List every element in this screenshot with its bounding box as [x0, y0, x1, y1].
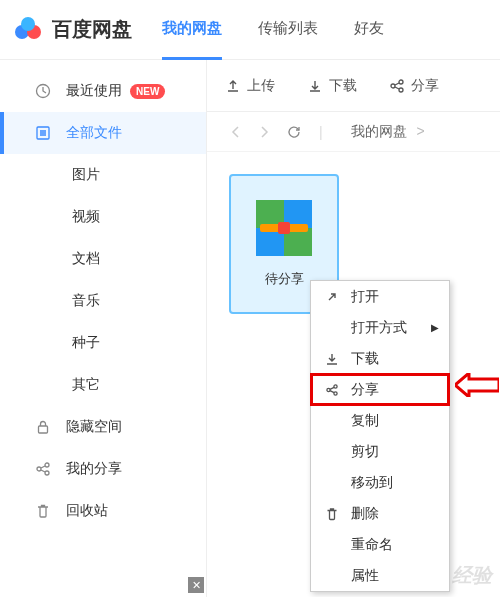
sidebar-label: 其它 — [72, 376, 100, 394]
share-icon — [323, 383, 341, 397]
sidebar-label: 图片 — [72, 166, 100, 184]
sidebar-label: 文档 — [72, 250, 100, 268]
ctx-cut[interactable]: 剪切 — [311, 436, 449, 467]
sidebar: 最近使用 NEW 全部文件 图片 视频 文档 音乐 种子 其它 隐藏空间 我的分… — [0, 60, 207, 597]
sidebar-item-trash[interactable]: 回收站 — [0, 490, 206, 532]
svg-point-8 — [45, 471, 49, 475]
download-icon — [307, 78, 323, 94]
sidebar-label: 我的分享 — [66, 460, 122, 478]
ctx-download[interactable]: 下载 — [311, 343, 449, 374]
upload-icon — [225, 78, 241, 94]
download-button[interactable]: 下载 — [307, 77, 357, 95]
nav-forward-button[interactable] — [259, 125, 269, 139]
svg-point-14 — [334, 391, 337, 394]
file-name-label: 待分享 — [265, 270, 304, 288]
ctx-open-with[interactable]: 打开方式▶ — [311, 312, 449, 343]
sidebar-label: 种子 — [72, 334, 100, 352]
svg-point-2 — [21, 17, 35, 31]
sidebar-label: 视频 — [72, 208, 100, 226]
share-button[interactable]: 分享 — [389, 77, 439, 95]
trash-icon — [323, 507, 341, 521]
sidebar-item-other[interactable]: 其它 — [0, 364, 206, 406]
new-badge: NEW — [130, 84, 165, 99]
close-icon[interactable]: ✕ — [188, 577, 204, 593]
sidebar-item-music[interactable]: 音乐 — [0, 280, 206, 322]
context-menu: 打开 打开方式▶ 下载 分享 复制 剪切 移动到 删除 重命名 属性 — [310, 280, 450, 592]
lock-icon — [34, 418, 52, 436]
svg-point-13 — [334, 384, 337, 387]
sidebar-item-my-shares[interactable]: 我的分享 — [0, 448, 206, 490]
sidebar-item-hidden[interactable]: 隐藏空间 — [0, 406, 206, 448]
svg-point-10 — [399, 80, 403, 84]
toolbar-label: 分享 — [411, 77, 439, 95]
sidebar-label: 隐藏空间 — [66, 418, 122, 436]
toolbar-label: 上传 — [247, 77, 275, 95]
svg-point-11 — [399, 88, 403, 92]
chevron-right-icon: ▶ — [431, 322, 439, 333]
tab-friends[interactable]: 好友 — [354, 0, 384, 60]
sidebar-label: 最近使用 — [66, 82, 122, 100]
app-logo: 百度网盘 — [12, 14, 132, 46]
ctx-move-to[interactable]: 移动到 — [311, 467, 449, 498]
ctx-rename[interactable]: 重命名 — [311, 529, 449, 560]
sidebar-item-docs[interactable]: 文档 — [0, 238, 206, 280]
ctx-share[interactable]: 分享 — [311, 374, 449, 405]
nav-back-button[interactable] — [231, 125, 241, 139]
upload-button[interactable]: 上传 — [225, 77, 275, 95]
sidebar-item-seeds[interactable]: 种子 — [0, 322, 206, 364]
list-icon — [34, 124, 52, 142]
sidebar-label: 音乐 — [72, 292, 100, 310]
svg-point-9 — [391, 84, 395, 88]
svg-point-12 — [327, 388, 330, 391]
toolbar-label: 下载 — [329, 77, 357, 95]
download-icon — [323, 352, 341, 366]
tab-transfers[interactable]: 传输列表 — [258, 0, 318, 60]
ctx-properties[interactable]: 属性 — [311, 560, 449, 591]
cloud-logo-icon — [12, 14, 44, 46]
trash-icon — [34, 502, 52, 520]
svg-rect-5 — [39, 426, 48, 433]
app-title: 百度网盘 — [52, 16, 132, 43]
zip-file-icon — [256, 200, 312, 256]
tab-my-disk[interactable]: 我的网盘 — [162, 0, 222, 60]
breadcrumb[interactable]: 我的网盘 > — [351, 123, 425, 141]
sidebar-item-images[interactable]: 图片 — [0, 154, 206, 196]
share-icon — [34, 460, 52, 478]
annotation-arrow — [455, 373, 499, 397]
sidebar-label: 回收站 — [66, 502, 108, 520]
ctx-delete[interactable]: 删除 — [311, 498, 449, 529]
open-icon — [323, 290, 341, 304]
sidebar-label: 全部文件 — [66, 124, 122, 142]
sidebar-item-recent[interactable]: 最近使用 NEW — [0, 70, 206, 112]
sidebar-item-videos[interactable]: 视频 — [0, 196, 206, 238]
sidebar-item-all-files[interactable]: 全部文件 — [0, 112, 206, 154]
svg-point-7 — [45, 463, 49, 467]
ctx-open[interactable]: 打开 — [311, 281, 449, 312]
clock-icon — [34, 82, 52, 100]
svg-point-6 — [37, 467, 41, 471]
refresh-button[interactable] — [287, 125, 301, 139]
share-icon — [389, 78, 405, 94]
ctx-copy[interactable]: 复制 — [311, 405, 449, 436]
